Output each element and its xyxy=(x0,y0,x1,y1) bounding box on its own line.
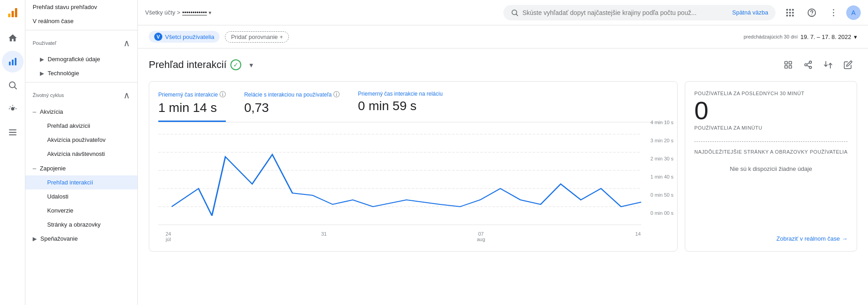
sidebar-item-conversions[interactable]: Konverzie xyxy=(25,203,137,218)
sidebar-item-pages-screens[interactable]: Stránky a obrazovky xyxy=(25,218,137,232)
metric-label-text: Priemerný čas interakcie na reláciu xyxy=(358,91,443,97)
metric-value: 0 min 59 s xyxy=(358,99,443,113)
sidebar-item-label: Konverzie xyxy=(47,207,73,214)
bullet-icon: – xyxy=(33,108,36,115)
arrow-icon: → xyxy=(842,235,848,242)
metric-info-icon: ⓘ xyxy=(333,91,340,99)
svg-point-19 xyxy=(811,14,812,15)
sidebar-item-acquisition-overview[interactable]: Prehľad akvizícii xyxy=(25,119,137,133)
svg-point-22 xyxy=(833,15,834,16)
segment-chip[interactable]: V Všetci používatelia xyxy=(149,31,219,43)
side-card: POUŽÍVATELIA ZA POSLEDNÝCH 30 MINÚT 0 PO… xyxy=(685,81,857,252)
home-nav-icon[interactable] xyxy=(2,27,24,49)
page-title: Prehľad interakcií xyxy=(149,59,227,71)
sidebar-item-demographics[interactable]: ▶ Demografické údaje xyxy=(25,52,137,66)
sidebar-item-label: Speňažovanie xyxy=(40,235,78,242)
realtime-label: POUŽÍVATELIA ZA POSLEDNÝCH 30 MINÚT xyxy=(694,91,848,96)
sidebar-item-technologies[interactable]: ▶ Technológie xyxy=(25,66,137,80)
sidebar-item-label: Udalosti xyxy=(47,193,68,200)
sidebar-item-realtime[interactable]: V reálnom čase xyxy=(25,14,137,28)
avatar[interactable]: A xyxy=(846,5,861,20)
sidebar-item-engagement[interactable]: – Zapojenie xyxy=(25,161,137,175)
more-options-button[interactable] xyxy=(824,4,843,22)
metric-avg-engagement-per-session[interactable]: Priemerný čas interakcie na reláciu 0 mi… xyxy=(358,91,443,122)
sidebar-item-label: Technológie xyxy=(48,70,79,77)
svg-rect-3 xyxy=(9,62,10,65)
svg-rect-2 xyxy=(15,8,17,17)
svg-point-20 xyxy=(833,9,834,10)
chart-y-labels: 4 min 10 s 3 min 20 s 2 min 30 s 1 min 4… xyxy=(650,118,673,218)
svg-rect-0 xyxy=(8,14,10,17)
chevron-right-icon: ▶ xyxy=(33,236,37,242)
page-title-bar: Prehľad interakcií ✓ ▾ xyxy=(138,48,868,74)
account-name[interactable]: •••••••••••• xyxy=(182,9,207,16)
nav-section-lifecycle: Životný cyklus ∧ xyxy=(25,84,137,104)
add-comparison-label: Pridať porovnanie xyxy=(231,34,278,40)
customize-report-button[interactable] xyxy=(779,56,797,74)
metric-label-text: Priemerný čas interakcie xyxy=(158,92,218,98)
svg-rect-9 xyxy=(786,9,788,10)
lifecycle-section-collapse-btn[interactable]: ∧ xyxy=(123,90,130,101)
charts-container: Priemerný čas interakcie ⓘ 1 min 14 s Re… xyxy=(138,74,868,259)
date-range-value: 19. 7. – 17. 8. 2022 xyxy=(800,34,851,40)
topbar-right: A xyxy=(781,4,861,22)
svg-point-18 xyxy=(808,9,816,16)
metric-value: 0,73 xyxy=(244,101,340,115)
sidebar-item-user-acquisition[interactable]: Akvizícia používateľov xyxy=(25,133,137,147)
segment-label: Všetci používatelia xyxy=(165,34,214,40)
sidebar-item-events[interactable]: Udalosti xyxy=(25,189,137,203)
user-section-collapse-btn[interactable]: ∧ xyxy=(123,38,130,48)
nav-sidebar: Prehľad stavu prehľadov V reálnom čase P… xyxy=(25,0,138,305)
svg-rect-26 xyxy=(789,66,792,68)
compare-button[interactable] xyxy=(819,56,837,74)
configure-nav-icon[interactable] xyxy=(2,121,24,143)
feedback-link[interactable]: Spätná väzba xyxy=(732,9,768,16)
main-content: Všetky účty > •••••••••••• ▾ Spätná väzb… xyxy=(138,0,868,305)
sidebar-item-traffic-acquisition[interactable]: Akvizícia návštevnosti xyxy=(25,147,137,161)
chart-container xyxy=(158,130,668,229)
search-icon xyxy=(511,9,519,17)
realtime-value: 0 xyxy=(694,98,848,123)
help-button[interactable] xyxy=(803,4,821,22)
sub-header: V Všetci používatelia Pridať porovnanie … xyxy=(138,25,868,48)
search-bar[interactable]: Spätná väzba xyxy=(503,5,775,20)
side-table-header: NAJDÔLEŽITEJŠIE STRÁNKY A OBRAZOVKY POUŽ… xyxy=(694,149,848,155)
svg-rect-15 xyxy=(786,15,788,16)
sidebar-item-reports-overview[interactable]: Prehľad stavu prehľadov xyxy=(25,0,137,14)
edit-button[interactable] xyxy=(839,56,857,74)
sidebar-item-label: Prehľad stavu prehľadov xyxy=(33,4,97,10)
title-chevron-button[interactable]: ▾ xyxy=(245,58,258,71)
sidebar-item-label: Demografické údaje xyxy=(48,56,100,63)
apps-button[interactable] xyxy=(781,4,799,22)
per-minute-label: POUŽÍVATELIA ZA MINÚTU xyxy=(694,125,848,131)
table-col2-header: POUŽÍVATELIA xyxy=(810,149,848,155)
divider xyxy=(694,141,848,142)
date-chevron-icon: ▾ xyxy=(854,34,857,40)
sidebar-item-monetization[interactable]: ▶ Speňažovanie xyxy=(25,232,137,246)
account-chevron-icon: ▾ xyxy=(209,10,211,16)
reports-nav-icon[interactable] xyxy=(2,51,24,73)
chevron-right-icon: ▶ xyxy=(40,56,44,63)
sidebar-item-acquisition[interactable]: – Akvizícia xyxy=(25,104,137,119)
bullet-icon: – xyxy=(33,165,36,172)
nav-section-user: Používateľ ∧ xyxy=(25,32,137,52)
explore-nav-icon[interactable] xyxy=(2,74,24,96)
add-comparison-button[interactable]: Pridať porovnanie + xyxy=(225,31,289,43)
advertising-nav-icon[interactable] xyxy=(2,98,24,120)
svg-rect-24 xyxy=(789,62,792,64)
date-range[interactable]: predchádzajúcich 30 dní 19. 7. – 17. 8. … xyxy=(744,34,857,40)
metric-engaged-sessions-per-user[interactable]: Relácie s interakciou na používateľa ⓘ 0… xyxy=(244,91,340,122)
sidebar-item-label: Akvizícia návštevnosti xyxy=(47,150,105,157)
share-button[interactable] xyxy=(799,56,817,74)
icon-sidebar xyxy=(0,0,25,305)
sidebar-item-interaction-overview[interactable]: Prehľad interakcií xyxy=(25,175,137,189)
breadcrumb: Všetky účty > •••••••••••• ▾ xyxy=(145,9,498,16)
svg-rect-11 xyxy=(792,9,794,10)
metric-avg-engagement-time[interactable]: Priemerný čas interakcie ⓘ 1 min 14 s xyxy=(158,91,226,122)
realtime-link[interactable]: Zobraziť v reálnom čase → xyxy=(694,235,848,242)
svg-point-7 xyxy=(11,107,14,110)
table-col1-header: NAJDÔLEŽITEJŠIE STRÁNKY A OBRAZOVKY xyxy=(694,149,808,155)
sidebar-item-label: Stránky a obrazovky xyxy=(47,221,101,228)
search-input[interactable] xyxy=(522,9,728,16)
metric-value: 1 min 14 s xyxy=(158,101,226,115)
